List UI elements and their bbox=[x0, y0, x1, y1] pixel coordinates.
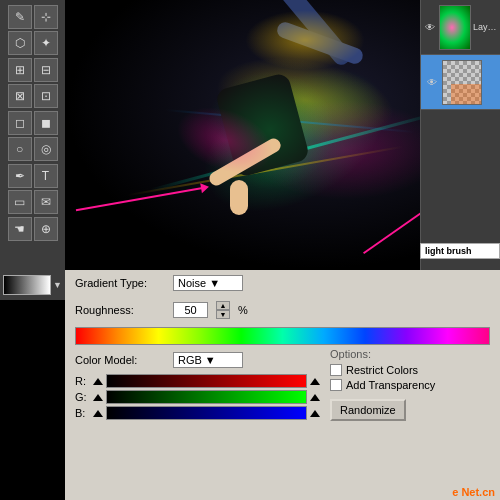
tool-group-4: ✒ T ▭ ✉ bbox=[8, 164, 58, 214]
tool-shape[interactable]: ▭ bbox=[8, 190, 32, 214]
roughness-row: Roughness: ▲ ▼ % bbox=[65, 296, 500, 324]
channel-marker-left-g[interactable] bbox=[93, 393, 103, 401]
layer-item-1[interactable]: 👁 bbox=[421, 55, 500, 110]
channel-bar-r[interactable] bbox=[106, 374, 307, 388]
light-brush-label: light brush bbox=[420, 243, 500, 259]
gradient-type-arrow: ▼ bbox=[209, 277, 220, 289]
tool-gradient[interactable]: ◼ bbox=[34, 111, 58, 135]
tool-group-3: ◻ ◼ ○ ◎ bbox=[8, 111, 58, 161]
layer-thumb-1 bbox=[442, 60, 482, 105]
restrict-colors-row: Restrict Colors bbox=[330, 364, 490, 376]
tool-hand[interactable]: ☚ bbox=[8, 217, 32, 241]
add-transparency-checkbox[interactable] bbox=[330, 379, 342, 391]
channel-bar-wrap-g bbox=[93, 390, 320, 404]
ge-left-col: Color Model: RGB ▼ R: bbox=[75, 348, 320, 422]
channel-marker-right-g[interactable] bbox=[310, 393, 320, 401]
channel-bar-wrap-b bbox=[93, 406, 320, 420]
channel-bar-g[interactable] bbox=[106, 390, 307, 404]
channel-label-b: B: bbox=[75, 407, 89, 419]
channel-row-r: R: bbox=[75, 374, 320, 388]
tool-crop[interactable]: ⊞ bbox=[8, 58, 32, 82]
tool-zoom[interactable]: ⊕ bbox=[34, 217, 58, 241]
watermark: e Net.cn bbox=[452, 486, 495, 498]
gradient-type-label: Gradient Type: bbox=[75, 277, 165, 289]
layer-thumb-0 bbox=[439, 5, 471, 50]
color-gradient-bar-container bbox=[65, 324, 500, 348]
gradient-preview-area: ▼ bbox=[0, 270, 65, 300]
randomize-button[interactable]: Randomize bbox=[330, 399, 406, 421]
roughness-down[interactable]: ▼ bbox=[216, 310, 230, 319]
color-model-label: Color Model: bbox=[75, 354, 165, 366]
restrict-colors-label: Restrict Colors bbox=[346, 364, 418, 376]
channel-marker-left-b[interactable] bbox=[93, 409, 103, 417]
tool-heal[interactable]: ⊠ bbox=[8, 84, 32, 108]
color-model-dropdown[interactable]: RGB ▼ bbox=[173, 352, 243, 368]
tool-text[interactable]: T bbox=[34, 164, 58, 188]
layer-eye-0[interactable]: 👁 bbox=[424, 19, 437, 35]
layers-panel: 👁 Layer 6 👁 bbox=[420, 0, 500, 270]
channel-marker-left-r[interactable] bbox=[93, 377, 103, 385]
channel-row-g: G: bbox=[75, 390, 320, 404]
ge-two-col: Color Model: RGB ▼ R: bbox=[65, 348, 500, 422]
tool-notes[interactable]: ✉ bbox=[34, 190, 58, 214]
gradient-type-row: Gradient Type: Noise ▼ bbox=[65, 270, 500, 296]
channel-bar-b[interactable] bbox=[106, 406, 307, 420]
gradient-dropdown-arrow[interactable]: ▼ bbox=[53, 280, 62, 290]
channel-row-b: B: bbox=[75, 406, 320, 420]
options-title: Options: bbox=[330, 348, 490, 360]
color-gradient-bar[interactable] bbox=[75, 327, 490, 345]
tool-eraser[interactable]: ◻ bbox=[8, 111, 32, 135]
tool-group-2: ⊞ ⊟ ⊠ ⊡ bbox=[8, 58, 58, 108]
tool-group-5: ☚ ⊕ bbox=[8, 217, 58, 241]
tool-clone[interactable]: ⊡ bbox=[34, 84, 58, 108]
roughness-input[interactable] bbox=[173, 302, 208, 318]
tool-dodge[interactable]: ◎ bbox=[34, 137, 58, 161]
gradient-editor-panel: Gradient Type: Noise ▼ Roughness: ▲ ▼ % bbox=[65, 270, 500, 500]
channel-marker-right-r[interactable] bbox=[310, 377, 320, 385]
ge-right-col: Options: Restrict Colors Add Transparenc… bbox=[330, 348, 490, 422]
tool-eyedropper[interactable]: ⊟ bbox=[34, 58, 58, 82]
layer-item-0[interactable]: 👁 Layer 6 bbox=[421, 0, 500, 55]
tool-pen[interactable]: ✒ bbox=[8, 164, 32, 188]
color-model-row: Color Model: RGB ▼ bbox=[75, 348, 320, 372]
restrict-colors-checkbox[interactable] bbox=[330, 364, 342, 376]
channel-label-r: R: bbox=[75, 375, 89, 387]
tool-lasso[interactable]: ⬡ bbox=[8, 31, 32, 55]
main-container: ✎ ⊹ ⬡ ✦ ⊞ ⊟ ⊠ ⊡ ◻ ◼ ○ ◎ ✒ T ▭ ✉ ☚ ⊕ bbox=[0, 0, 500, 500]
roughness-stepper: ▲ ▼ bbox=[216, 301, 230, 319]
tool-blur[interactable]: ○ bbox=[8, 137, 32, 161]
layer-eye-1[interactable]: 👁 bbox=[424, 74, 440, 90]
tool-magic[interactable]: ✦ bbox=[34, 31, 58, 55]
color-model-arrow: ▼ bbox=[205, 354, 216, 366]
toolbar-left: ✎ ⊹ ⬡ ✦ ⊞ ⊟ ⊠ ⊡ ◻ ◼ ○ ◎ ✒ T ▭ ✉ ☚ ⊕ bbox=[0, 0, 65, 270]
gradient-type-dropdown[interactable]: Noise ▼ bbox=[173, 275, 243, 291]
roughness-up[interactable]: ▲ bbox=[216, 301, 230, 310]
channel-bar-wrap-r bbox=[93, 374, 320, 388]
gradient-swatch[interactable] bbox=[3, 275, 51, 295]
channel-label-g: G: bbox=[75, 391, 89, 403]
channel-marker-right-b[interactable] bbox=[310, 409, 320, 417]
tool-move[interactable]: ✎ bbox=[8, 5, 32, 29]
tool-group-1: ✎ ⊹ ⬡ ✦ bbox=[8, 5, 58, 55]
tool-select[interactable]: ⊹ bbox=[34, 5, 58, 29]
roughness-unit: % bbox=[238, 304, 248, 316]
add-transparency-label: Add Transparency bbox=[346, 379, 435, 391]
layer-name-0: Layer 6 bbox=[473, 22, 497, 32]
dancer-figure bbox=[145, 10, 405, 260]
add-transparency-row: Add Transparency bbox=[330, 379, 490, 391]
roughness-label: Roughness: bbox=[75, 304, 165, 316]
